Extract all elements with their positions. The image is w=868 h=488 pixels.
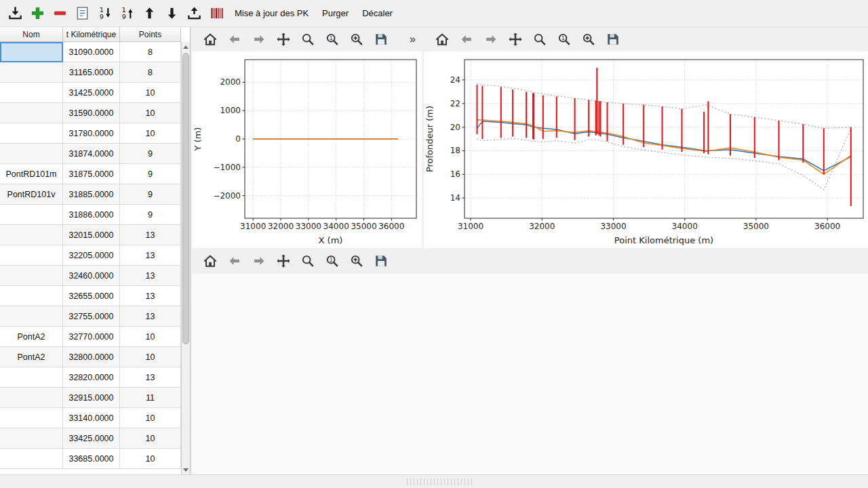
cell-points[interactable]: 10 (120, 327, 181, 347)
cell-pk[interactable]: 31874.0000 (63, 144, 120, 164)
cell-nom[interactable] (0, 286, 63, 306)
cell-pk[interactable]: 31425.0000 (63, 83, 120, 103)
cell-nom[interactable] (0, 388, 63, 408)
cell-nom[interactable] (0, 62, 63, 83)
cell-pk[interactable]: 32820.0000 (63, 367, 120, 388)
cell-pk[interactable]: 32755.0000 (63, 306, 120, 327)
header-point-kilometrique[interactable]: t Kilométrique (63, 27, 120, 42)
cell-nom[interactable] (0, 449, 63, 469)
cell-nom[interactable] (0, 408, 63, 428)
cell-points[interactable]: 10 (120, 83, 181, 103)
pan-button[interactable] (275, 252, 292, 270)
scroll-up-button[interactable] (182, 42, 190, 52)
scrollbar-thumb[interactable] (182, 53, 189, 344)
cell-nom[interactable]: PontA2 (0, 327, 63, 347)
cell-nom[interactable] (0, 266, 63, 286)
forward-button[interactable] (482, 30, 500, 48)
cell-pk[interactable]: 32770.0000 (63, 327, 120, 347)
remove-row-button[interactable] (49, 3, 71, 24)
cell-pk[interactable]: 32800.0000 (63, 347, 120, 367)
cell-nom[interactable] (0, 205, 63, 225)
cell-points[interactable]: 13 (120, 367, 181, 388)
purge-button[interactable]: Purger (315, 5, 355, 22)
header-nom[interactable]: Nom (0, 27, 63, 42)
cell-pk[interactable]: 31165.0000 (63, 62, 120, 83)
zoom-button[interactable] (299, 252, 317, 270)
back-button[interactable] (226, 30, 243, 48)
cell-pk[interactable]: 31780.0000 (63, 123, 120, 144)
pan-button[interactable] (275, 30, 292, 48)
cell-nom[interactable]: PontRD101v (0, 184, 63, 205)
import-button[interactable] (4, 3, 26, 24)
cell-pk[interactable]: 31090.0000 (63, 42, 120, 62)
cell-points[interactable]: 8 (120, 42, 181, 62)
cell-nom[interactable] (0, 367, 63, 388)
cell-pk[interactable]: 33140.0000 (63, 408, 120, 428)
back-button[interactable] (458, 30, 475, 48)
cell-nom[interactable] (0, 144, 63, 164)
move-down-button[interactable] (161, 3, 183, 24)
save-figure-button[interactable] (604, 30, 622, 48)
cell-points[interactable]: 10 (120, 428, 181, 449)
cell-nom[interactable]: PontRD101m (0, 164, 63, 184)
back-button[interactable] (226, 252, 243, 270)
cell-pk[interactable]: 32460.0000 (63, 266, 120, 286)
zoom-button[interactable] (531, 30, 549, 48)
sort-down-button[interactable]: 1 9 (94, 3, 116, 24)
move-up-button[interactable] (138, 3, 161, 24)
forward-button[interactable] (250, 30, 268, 48)
header-points[interactable]: Points (120, 27, 181, 42)
profile-plot-canvas[interactable]: 3100032000330003400035000360001416182022… (424, 52, 868, 248)
home-button[interactable] (201, 30, 219, 48)
cell-pk[interactable]: 31885.0000 (63, 184, 120, 205)
cell-pk[interactable]: 31590.0000 (63, 103, 120, 123)
cell-nom[interactable] (0, 123, 63, 144)
cell-pk[interactable]: 32655.0000 (63, 286, 120, 306)
cell-nom[interactable] (0, 42, 63, 62)
cell-points[interactable]: 13 (120, 225, 181, 245)
pk-marks-button[interactable] (205, 3, 228, 24)
forward-button[interactable] (250, 252, 268, 270)
zoom-in-button[interactable] (348, 252, 366, 270)
cell-pk[interactable]: 32205.0000 (63, 245, 120, 266)
save-figure-button[interactable] (372, 30, 390, 48)
cell-pk[interactable]: 33685.0000 (63, 449, 120, 469)
xy-plot-canvas[interactable]: 310003200033000340003500036000−2000−1000… (192, 52, 422, 248)
cell-points[interactable]: 9 (120, 164, 181, 184)
cell-points[interactable]: 9 (120, 184, 181, 205)
cell-points[interactable]: 13 (120, 266, 181, 286)
home-button[interactable] (201, 252, 219, 270)
shift-button[interactable]: Décaler (355, 5, 399, 22)
cell-nom[interactable]: PontA2 (0, 347, 63, 367)
cell-points[interactable]: 10 (120, 103, 181, 123)
zoom-button[interactable] (299, 30, 317, 48)
cell-nom[interactable] (0, 428, 63, 449)
cell-points[interactable]: 13 (120, 245, 181, 266)
update-pk-button[interactable]: Mise à jour des PK (228, 5, 315, 22)
cell-points[interactable]: 10 (120, 347, 181, 367)
zoom-in-button[interactable] (348, 30, 366, 48)
zoom-original-button[interactable]: 1 (555, 30, 573, 48)
cell-points[interactable]: 10 (120, 408, 181, 428)
cell-nom[interactable] (0, 306, 63, 327)
zoom-original-button[interactable]: 1 (323, 30, 341, 48)
zoom-original-button[interactable]: 1 (323, 252, 341, 270)
export-button[interactable] (183, 3, 205, 24)
add-row-button[interactable] (26, 3, 49, 24)
cell-nom[interactable] (0, 103, 63, 123)
save-figure-button[interactable] (372, 252, 390, 270)
cell-points[interactable]: 9 (120, 144, 181, 164)
cell-pk[interactable]: 33425.0000 (63, 428, 120, 449)
table-scrollbar[interactable] (181, 42, 190, 474)
cell-points[interactable]: 9 (120, 205, 181, 225)
cell-nom[interactable] (0, 225, 63, 245)
cell-points[interactable]: 10 (120, 123, 181, 144)
cell-nom[interactable] (0, 83, 63, 103)
cell-points[interactable]: 13 (120, 286, 181, 306)
cell-points[interactable]: 11 (120, 388, 181, 408)
home-button[interactable] (433, 30, 451, 48)
scroll-down-button[interactable] (182, 465, 190, 474)
cell-pk[interactable]: 31886.0000 (63, 205, 120, 225)
cell-pk[interactable]: 32915.0000 (63, 388, 120, 408)
cell-points[interactable]: 13 (120, 306, 181, 327)
